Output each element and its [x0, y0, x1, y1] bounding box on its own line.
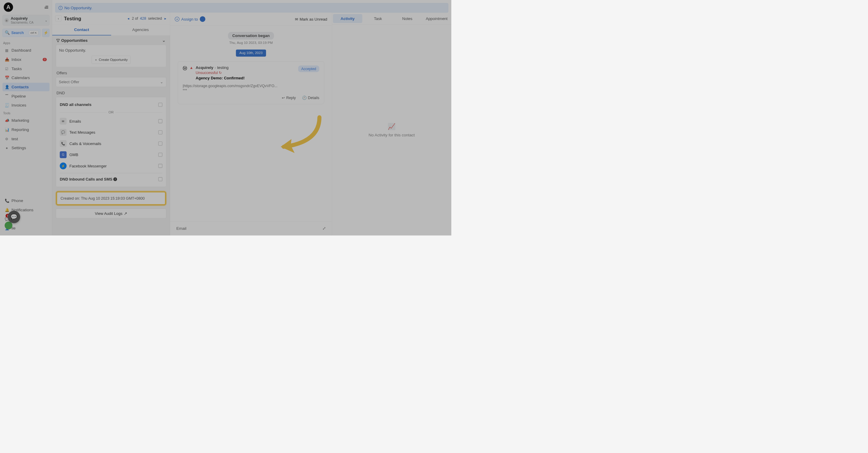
nav-contacts[interactable]: 👤Contacts [2, 83, 50, 91]
plus-icon: ＋ [94, 57, 98, 62]
offer-select[interactable]: Select Offer ⌄ [56, 77, 166, 87]
dnd-heading: DND [56, 91, 166, 95]
invoices-icon: 🧾 [5, 103, 9, 108]
dnd-inbound-label: DND Inbound Calls and SMS [60, 177, 112, 182]
contacts-icon: 👤 [5, 85, 9, 89]
dnd-fb-checkbox[interactable] [158, 164, 162, 168]
megaphone-icon: 📣 [5, 119, 9, 123]
nav-inbox[interactable]: 📥Inbox0 [2, 55, 50, 64]
dnd-gmb-checkbox[interactable] [158, 153, 162, 157]
dashboard-icon: ▦ [5, 48, 9, 53]
create-opportunity-button[interactable]: ＋ Create Opportunity [92, 56, 131, 64]
pager-next[interactable]: ▸ [164, 17, 167, 21]
chart-icon: 📊 [5, 127, 9, 132]
back-button[interactable]: ‹ [55, 15, 61, 22]
search-label: Search [11, 31, 27, 35]
logo: A [4, 2, 13, 12]
refresh-icon[interactable]: ↻ [219, 71, 222, 75]
assign-to-button[interactable]: + Assign to [175, 17, 205, 22]
alert-text: No Opportunity. [64, 5, 93, 10]
phone-icon: 📞 [5, 198, 9, 203]
warning-icon: ▲ [190, 65, 193, 70]
assignee-avatar [200, 17, 205, 22]
activity-empty-text: No Activity for this contact [369, 132, 415, 137]
pager-total[interactable]: 428 [140, 17, 146, 21]
expand-icon[interactable]: ⤢ [322, 226, 326, 231]
reply-icon: ↩ [282, 96, 285, 100]
offers-heading: Offers [56, 71, 166, 75]
gmail-icon: ✉ [60, 118, 67, 125]
dnd-inbound-checkbox[interactable] [158, 177, 162, 182]
chevron-down-icon[interactable]: ⌄ [162, 38, 165, 43]
chat-widget[interactable]: 💬 [8, 211, 20, 223]
conversation-began-time: Thu, Aug 10 2023, 03:19 PM [178, 41, 324, 45]
info-icon: i [59, 6, 63, 10]
pager-prev[interactable]: ◂ [127, 17, 130, 21]
dnd-all-checkbox[interactable] [158, 103, 162, 107]
tab-activity[interactable]: Activity [333, 14, 362, 23]
envelope-icon: ✉ [295, 17, 298, 21]
gmail-icon: Ⓜ [183, 65, 187, 71]
menu-toggle-icon[interactable] [44, 6, 48, 9]
dnd-text-checkbox[interactable] [158, 130, 162, 135]
contact-title: Testing [64, 15, 127, 21]
main: i No Opportunity. ‹ Testing ◂ 2 of 428 s… [52, 0, 451, 235]
account-name: Acquirely [11, 17, 43, 21]
bell-icon: 🔔 [5, 208, 9, 212]
nav-calendars[interactable]: 📅Calendars [2, 73, 50, 82]
details-button[interactable]: 🕘Details [302, 96, 319, 100]
nav-settings[interactable]: ●Settings [2, 144, 50, 153]
tab-contact[interactable]: Contact [52, 25, 111, 35]
account-switcher[interactable]: ◎ Acquirely Sacramento, CA ⌄ [2, 15, 50, 26]
pager: ◂ 2 of 428 selected ▸ [127, 17, 167, 21]
compose-footer[interactable]: Email ⤢ [170, 221, 332, 236]
email-label: Email [177, 226, 187, 231]
sidebar: A ◎ Acquirely Sacramento, CA ⌄ 🔍 Search … [0, 0, 52, 235]
view-audit-logs-button[interactable]: View Audit Logs ↗ [56, 208, 166, 219]
no-opportunity-text: No Opportunity. [59, 48, 163, 53]
pipeline-icon: ▔ [5, 94, 9, 98]
account-location: Sacramento, CA [11, 21, 43, 24]
chevron-down-icon: ⌄ [160, 80, 163, 84]
mark-unread-button[interactable]: ✉ Mark as Unread [295, 17, 328, 21]
funnel-icon: ▽ [56, 38, 59, 43]
contact-panel: ‹ Testing ◂ 2 of 428 selected ▸ Contact … [52, 12, 170, 235]
nav-marketing[interactable]: 📣Marketing [2, 116, 50, 125]
nav-phone[interactable]: 📞Phone [2, 196, 50, 205]
dnd-emails-checkbox[interactable] [158, 119, 162, 123]
search-icon: 🔍 [5, 30, 10, 35]
quick-action-button[interactable]: ⚡ [42, 29, 50, 37]
tab-agencies[interactable]: Agencies [111, 25, 170, 35]
plus-circle-icon: + [175, 17, 180, 22]
nav-invoices[interactable]: 🧾Invoices [2, 101, 50, 110]
nav-test[interactable]: ⚙test [2, 135, 50, 143]
nav-pipeline[interactable]: ▔Pipeline [2, 92, 50, 101]
nav-tasks[interactable]: ☑Tasks [2, 64, 50, 73]
tab-appointment[interactable]: Appointment [422, 12, 451, 25]
search-button[interactable]: 🔍 Search ctrl K [2, 29, 40, 37]
search-shortcut: ctrl K [29, 30, 38, 35]
tab-notes[interactable]: Notes [393, 12, 422, 25]
info-icon[interactable]: i [114, 177, 117, 181]
reply-button[interactable]: ↩Reply [282, 96, 296, 100]
inbox-badge: 0 [43, 58, 47, 61]
tab-task[interactable]: Task [363, 12, 393, 25]
message-status: Unsuccessful ↻ [196, 71, 296, 75]
annotation-arrow [274, 114, 324, 155]
conversation-panel: + Assign to ✉ Mark as Unread Conversatio… [170, 12, 332, 235]
dnd-calls-checkbox[interactable] [158, 141, 162, 145]
external-link-icon: ↗ [124, 211, 127, 216]
status-indicator [5, 222, 12, 229]
phone-voicemail-icon: 📞 [60, 140, 67, 147]
avatar-icon: ◎ [4, 18, 9, 23]
message-subject: Agency Demo: Confirmed! [196, 76, 296, 80]
opportunities-card: No Opportunity. ＋ Create Opportunity [56, 45, 166, 67]
nav-dashboard[interactable]: ▦Dashboard [2, 46, 50, 55]
chevron-down-icon: ⌄ [45, 18, 48, 22]
calendar-icon: 📅 [5, 75, 9, 80]
inbox-icon: 📥 [5, 57, 9, 62]
nav-reporting[interactable]: 📊Reporting [2, 125, 50, 134]
conversation-began-pill: Conversation began [228, 32, 274, 39]
alert-bar: i No Opportunity. [55, 3, 448, 12]
dnd-card: DND all channels OR ✉Emails 💬Text Messag… [56, 97, 166, 187]
